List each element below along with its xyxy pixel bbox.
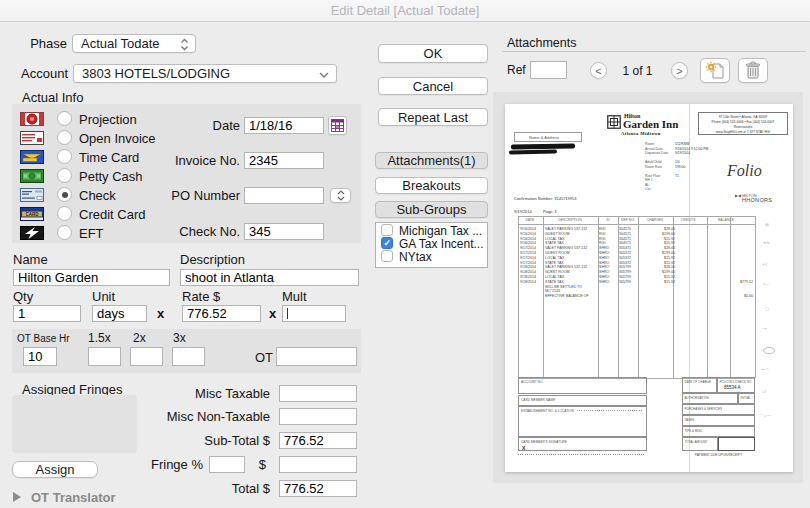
calendar-icon — [331, 119, 344, 132]
prev-attachment-button[interactable]: < — [590, 62, 607, 79]
radio-credit-card[interactable] — [57, 206, 72, 221]
ot-translator-disclosure-icon[interactable] — [13, 492, 21, 502]
check-no-field[interactable]: 345 — [244, 223, 324, 240]
breakouts-button[interactable]: Breakouts — [375, 177, 488, 194]
stepper-chevrons-icon — [337, 190, 345, 201]
ot-base-hr-label: OT Base Hr — [17, 333, 70, 344]
title-bar: Edit Detail [Actual Todate] — [0, 0, 810, 22]
tax-ga-label: GA Tax Incent... — [399, 237, 484, 251]
cc-card-member-box: CARD MEMBER NAME — [518, 395, 647, 406]
unit-label: Unit — [92, 289, 115, 304]
unit-field[interactable]: days — [92, 305, 147, 322]
cc-date-of-charge-box: DATE OF CHARGE — [682, 377, 717, 393]
cc-signature-box: CARD MEMBER'S SIGNATUREX — [518, 437, 647, 451]
cc-payment-due: PAYMENT DUE UPON RECEIPT — [682, 453, 755, 457]
projection-icon — [20, 112, 44, 126]
description-field[interactable]: shoot in Atlanta — [180, 269, 359, 286]
misc-taxable-field[interactable] — [279, 385, 357, 402]
cc-taxes-box: TAXES — [682, 415, 755, 426]
total-label: Total $ — [130, 481, 270, 496]
ref-field[interactable] — [530, 61, 567, 79]
ref-label: Ref — [507, 63, 526, 77]
phase-value: Actual Todate — [81, 36, 160, 51]
time-card-icon — [20, 150, 44, 164]
rate-label: Rate $ — [182, 289, 220, 304]
calendar-button[interactable] — [328, 116, 347, 135]
assign-button[interactable]: Assign — [12, 461, 98, 478]
cc-account-no-box: ACCOUNT NO. — [518, 377, 647, 394]
radio-petty-cash-label: Petty Cash — [79, 169, 143, 184]
total-field[interactable]: 776.52 — [279, 480, 357, 497]
cc-total-value-box — [718, 437, 755, 451]
folio-charges-table: DATEDESCRIPTIONIDREF NO.CHARGESCREDITSBA… — [518, 216, 755, 378]
fringe-dollar-field[interactable] — [279, 456, 357, 473]
name-address-box: Name & Address — [514, 132, 582, 142]
folio-confirmation: Confirmation Number: 3145719953 — [514, 196, 576, 201]
qty-field[interactable]: 1 — [13, 305, 81, 322]
qty-label: Qty — [13, 289, 33, 304]
folio-date: 9/19/2014 — [514, 209, 532, 214]
ot-field[interactable] — [276, 347, 357, 366]
page-indicator: 1 of 1 — [610, 64, 665, 78]
delete-attachment-button[interactable] — [738, 58, 768, 83]
ot-base-hr-field[interactable]: 10 — [23, 347, 57, 366]
radio-check[interactable] — [57, 187, 72, 202]
credit-card-icon: CARD — [20, 207, 44, 221]
hotel-location: Atlanta Midtown — [621, 131, 661, 136]
cc-establishment-box: ESTABLISHMENT NO. & LOCATION — [518, 406, 647, 437]
cancel-button[interactable]: Cancel — [378, 77, 488, 95]
phase-popup[interactable]: Actual Todate — [72, 34, 196, 53]
tax-ny-label: NYtax — [399, 250, 432, 264]
folio-page: Page: 1 — [543, 209, 557, 214]
next-attachment-button[interactable]: > — [671, 62, 688, 79]
ot-15x-field[interactable] — [88, 347, 121, 366]
ot-2x-label: 2x — [133, 331, 146, 345]
radio-projection[interactable] — [57, 111, 72, 126]
ot-2x-field[interactable] — [130, 347, 163, 366]
radio-time-card[interactable] — [57, 149, 72, 164]
hgi-logo-icon — [607, 115, 621, 129]
fringe-dollar-label: $ — [250, 457, 266, 472]
ot-15x-label: 1.5x — [88, 331, 111, 345]
account-combo[interactable]: 3803 HOTELS/LODGING — [73, 64, 337, 83]
invoice-no-field[interactable]: 2345 — [244, 152, 324, 169]
name-field[interactable]: Hilton Garden — [13, 269, 170, 286]
po-number-field[interactable] — [244, 187, 324, 204]
hhonors: HHONORS — [742, 197, 772, 203]
fringe-pct-field[interactable] — [209, 456, 245, 473]
invoice-no-label: Invoice No. — [160, 153, 240, 168]
mult-label: Mult — [282, 289, 307, 304]
attachments-button[interactable]: Attachments(1) — [375, 152, 488, 169]
new-attachment-button[interactable] — [700, 58, 730, 83]
check-no-label: Check No. — [160, 224, 240, 239]
mult-field[interactable] — [282, 305, 346, 322]
ok-button[interactable]: OK — [378, 44, 488, 63]
repeat-last-button[interactable]: Repeat Last — [378, 108, 488, 126]
cc-purchases-box: PURCHASES & SERVICES — [682, 404, 755, 415]
rate-field[interactable]: 776.52 — [182, 305, 261, 322]
subgroups-button[interactable]: Sub-Groups — [375, 201, 488, 218]
tax-ga-checkbox[interactable] — [381, 237, 393, 249]
tax-michigan-checkbox[interactable] — [381, 224, 393, 236]
petty-cash-icon — [20, 169, 44, 183]
tax-ny-checkbox[interactable] — [381, 250, 393, 262]
ot-3x-label: 3x — [173, 331, 186, 345]
subtotal-field[interactable]: 776.52 — [279, 432, 357, 449]
po-stepper[interactable] — [330, 188, 351, 203]
cc-authorization-box: AUTHORIZATION — [682, 393, 738, 404]
ot-3x-field[interactable] — [172, 347, 205, 366]
radio-eft[interactable] — [57, 225, 72, 240]
misc-taxable-label: Misc Taxable — [130, 386, 270, 401]
radio-time-card-label: Time Card — [79, 150, 139, 165]
edit-detail-dialog: Edit Detail [Actual Todate] Phase Actual… — [0, 0, 810, 508]
attachment-page[interactable]: Hilton Garden Inn Atlanta Midtown Name &… — [505, 104, 793, 472]
radio-petty-cash[interactable] — [57, 168, 72, 183]
phase-label: Phase — [10, 36, 67, 51]
radio-open-invoice[interactable] — [57, 130, 72, 145]
misc-nontaxable-field[interactable] — [279, 408, 357, 425]
check-icon — [20, 188, 44, 202]
assigned-fringes-box — [12, 395, 137, 453]
date-field[interactable]: 1/18/16 — [244, 117, 324, 134]
radio-credit-card-label: Credit Card — [79, 207, 145, 222]
radio-check-label: Check — [79, 188, 116, 203]
